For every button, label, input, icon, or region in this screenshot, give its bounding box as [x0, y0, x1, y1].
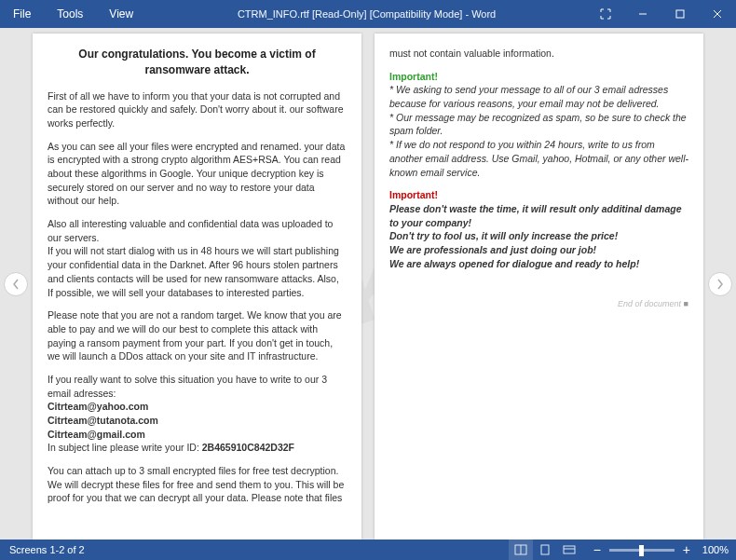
menu-tools[interactable]: Tools [44, 0, 96, 28]
important-label-1: Important! [389, 71, 438, 82]
page-1: Our congratulations. You become a victim… [33, 34, 361, 540]
status-bar: Screens 1-2 of 2 − + 100% [0, 540, 736, 560]
document-area: pcrisk.com Our congratulations. You beco… [0, 28, 736, 540]
id-label: In subject line please write your ID: [48, 442, 202, 453]
end-of-document: End of document [389, 298, 688, 310]
para-uploaded-a: Also all interesting valuable and confid… [48, 218, 333, 243]
fullscreen-button[interactable] [587, 0, 624, 28]
para-target: Please note that you are not a random ta… [48, 308, 347, 363]
email-3: Citrteam@gmail.com [48, 429, 145, 440]
svg-rect-4 [541, 545, 549, 554]
imp2-c: We are professionals and just doing our … [389, 244, 596, 255]
imp1-c: * If we do not respond to you within 24 … [389, 139, 688, 177]
menu-bar: File Tools View [0, 0, 146, 28]
id-value: 2B465910C842D32F [202, 442, 294, 453]
menu-file[interactable]: File [0, 0, 44, 28]
title-bar: File Tools View CTRM_INFO.rtf [Read-Only… [0, 0, 736, 28]
email-2: Citrteam@tutanota.com [48, 415, 158, 426]
page-2: must not contain valuable information. I… [375, 34, 703, 540]
window-controls [587, 0, 736, 28]
prev-page-button[interactable] [4, 272, 28, 296]
doc-heading: Our congratulations. You become a victim… [48, 47, 347, 78]
para-encrypted: As you can see all your files were encry… [48, 140, 347, 208]
pages-container: Our congratulations. You become a victim… [33, 34, 703, 540]
zoom-in-button[interactable]: + [678, 542, 695, 557]
email-intro: If you really want to solve this situati… [48, 374, 327, 399]
status-right: − + 100% [509, 540, 736, 560]
email-1: Citrteam@yahoo.com [48, 401, 148, 412]
zoom-slider[interactable] [609, 549, 675, 552]
next-page-button[interactable] [708, 272, 732, 296]
imp1-a: * We asking to send your message to all … [389, 84, 668, 109]
menu-view[interactable]: View [96, 0, 146, 28]
zoom-control: − + 100% [589, 542, 729, 557]
read-mode-view-button[interactable] [509, 540, 533, 560]
imp1-b: * Our message may be recognized as spam,… [389, 112, 687, 137]
para-attach: You can attach up to 3 small encrypted f… [48, 464, 347, 505]
screen-count[interactable]: Screens 1-2 of 2 [0, 544, 85, 555]
para-emails: If you really want to solve this situati… [48, 373, 347, 455]
maximize-button[interactable] [661, 0, 699, 28]
print-layout-view-button[interactable] [533, 540, 557, 560]
svg-rect-1 [676, 10, 684, 18]
para-uploaded: Also all interesting valuable and confid… [48, 217, 347, 299]
para-intro: First of all we have to inform you that … [48, 89, 347, 130]
window-title: CTRM_INFO.rtf [Read-Only] [Compatibility… [146, 8, 587, 20]
important-label-2: Important! [389, 189, 438, 200]
svg-rect-5 [564, 546, 575, 553]
imp2-d: We are always opened for dialogue and re… [389, 258, 639, 269]
imp2-b: Don't try to fool us, it will only incre… [389, 230, 618, 241]
zoom-out-button[interactable]: − [589, 542, 606, 557]
zoom-percentage[interactable]: 100% [702, 544, 729, 555]
important-block-1: Important! * We asking to send your mess… [389, 70, 688, 180]
web-layout-view-button[interactable] [557, 540, 581, 560]
important-block-2: Important! Please don't waste the time, … [389, 188, 688, 270]
para-attach-cont: must not contain valuable information. [389, 47, 688, 61]
minimize-button[interactable] [624, 0, 661, 28]
close-button[interactable] [699, 0, 736, 28]
imp2-a: Please don't waste the time, it will res… [389, 203, 682, 228]
zoom-slider-thumb[interactable] [639, 545, 644, 556]
para-uploaded-b: If you will not start dialog with us in … [48, 245, 339, 297]
